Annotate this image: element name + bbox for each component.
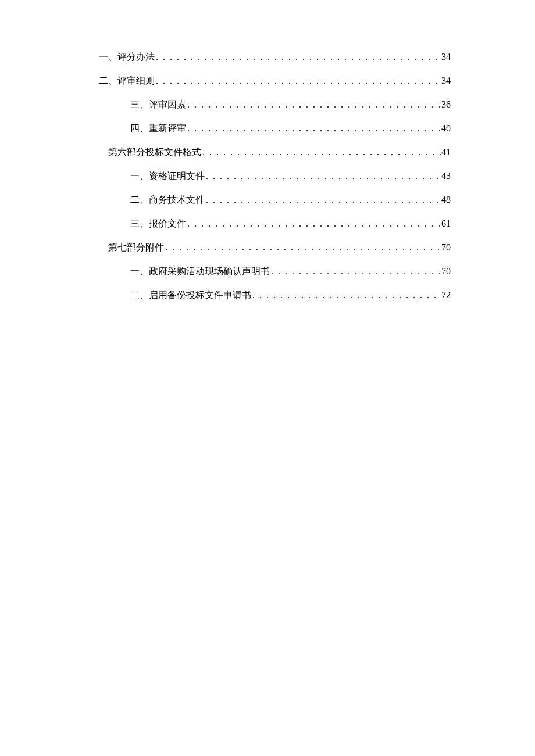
toc-entry-page: 34 xyxy=(441,52,451,62)
toc-entry-title: 三、评审因素 xyxy=(130,99,186,111)
table-of-contents: 一、评分办法34二、评审细则34三、评审因素36四、重新评审40第六部分投标文件… xyxy=(99,51,451,302)
toc-leader-dots xyxy=(186,99,441,110)
toc-entry-title: 二、商务技术文件 xyxy=(130,194,205,206)
toc-entry-title: 一、资格证明文件 xyxy=(130,170,205,182)
toc-entry: 三、评审因素36 xyxy=(99,99,451,111)
toc-leader-dots xyxy=(205,171,441,181)
toc-entry-page: 48 xyxy=(441,195,451,205)
toc-leader-dots xyxy=(270,266,441,277)
toc-entry-page: 40 xyxy=(441,123,451,134)
toc-entry-page: 36 xyxy=(441,99,451,110)
toc-entry-page: 70 xyxy=(441,242,451,253)
toc-entry-title: 第六部分投标文件格式 xyxy=(108,146,201,159)
toc-entry-title: 三、报价文件 xyxy=(130,218,186,230)
toc-entry-page: 61 xyxy=(441,218,451,229)
toc-entry: 第七部分附件70 xyxy=(99,242,451,254)
toc-entry-page: 43 xyxy=(441,171,451,181)
toc-entry-page: 34 xyxy=(441,76,451,86)
toc-entry: 二、商务技术文件48 xyxy=(99,194,451,206)
toc-entry-title: 第七部分附件 xyxy=(108,242,164,254)
toc-entry: 一、资格证明文件43 xyxy=(99,170,451,182)
toc-entry: 四、重新评审40 xyxy=(99,123,451,135)
toc-leader-dots xyxy=(201,147,441,157)
toc-leader-dots xyxy=(155,76,441,86)
toc-leader-dots xyxy=(155,52,441,62)
toc-entry-title: 四、重新评审 xyxy=(130,123,186,135)
toc-entry: 三、报价文件61 xyxy=(99,218,451,230)
toc-entry: 二、启用备份投标文件申请书72 xyxy=(99,289,451,302)
toc-entry: 二、评审细则34 xyxy=(99,75,451,87)
toc-leader-dots xyxy=(186,218,441,229)
toc-entry-page: 72 xyxy=(441,290,451,300)
toc-leader-dots xyxy=(186,123,441,134)
toc-entry: 一、政府采购活动现场确认声明书70 xyxy=(99,266,451,278)
toc-entry-title: 二、评审细则 xyxy=(99,75,155,87)
toc-entry-title: 一、政府采购活动现场确认声明书 xyxy=(130,266,270,278)
toc-entry-title: 二、启用备份投标文件申请书 xyxy=(130,289,251,302)
toc-entry: 第六部分投标文件格式41 xyxy=(99,146,451,159)
toc-entry: 一、评分办法34 xyxy=(99,51,451,63)
toc-leader-dots xyxy=(164,242,441,253)
toc-entry-page: 70 xyxy=(441,266,451,277)
toc-leader-dots xyxy=(205,195,441,205)
toc-entry-title: 一、评分办法 xyxy=(99,51,155,63)
toc-leader-dots xyxy=(251,290,441,300)
toc-entry-page: 41 xyxy=(441,147,451,157)
